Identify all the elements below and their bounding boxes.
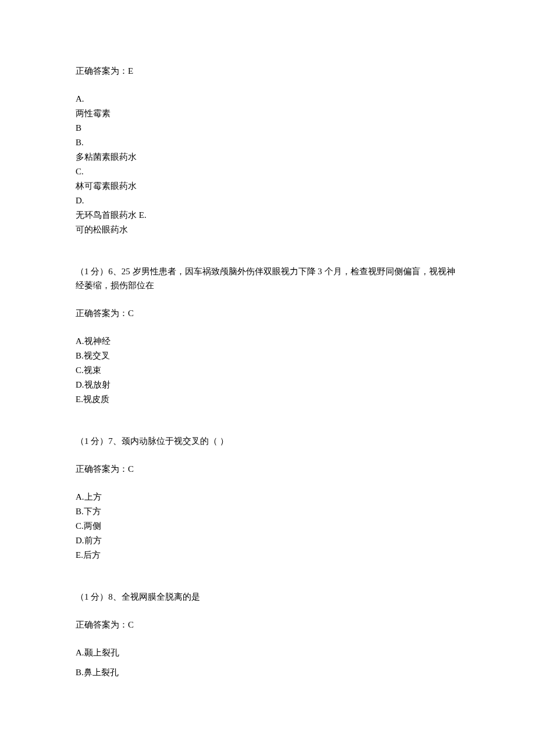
question-6-options: A.视神经 B.视交叉 C.视束 D.视放射 E.视皮质 [76,334,459,406]
option-a: A.上方 [76,490,459,504]
question-5-options: A. 两性霉素 B B. 多粘菌素眼药水 C. 林可霉素眼药水 D. 无环鸟首眼… [76,92,459,237]
option-a: A.视神经 [76,334,459,348]
option-a: A.颞上裂孔 [76,646,459,660]
option-d-label: D. [76,194,459,207]
option-b-label1: B [76,121,459,135]
option-b: B.视交叉 [76,349,459,363]
option-c: C.两侧 [76,519,459,533]
question-7: （1 分）7、颈内动脉位于视交叉的（ ） [76,434,459,448]
question-text: （1 分）8、全视网膜全脱离的是 [76,590,459,604]
option-d: D.视放射 [76,378,459,392]
option-c-text: 林可霉素眼药水 [76,179,459,193]
option-b: B.鼻上裂孔 [76,665,459,679]
question-text: （1 分）7、颈内动脉位于视交叉的（ ） [76,434,459,448]
option-e: E.后方 [76,548,459,562]
option-e-text: 可的松眼药水 [76,223,459,237]
answer-text: 正确答案为：C [76,306,459,320]
answer-text: 正确答案为：C [76,618,459,632]
option-a-text: 两性霉素 [76,106,459,120]
question-text: （1 分）6、25 岁男性患者，因车祸致颅脑外伤伴双眼视力下降 3 个月，检查视… [76,264,459,292]
option-d: D.前方 [76,533,459,547]
option-c: C.视束 [76,363,459,377]
question-8-options: A.颞上裂孔 B.鼻上裂孔 [76,646,459,679]
question-8: （1 分）8、全视网膜全脱离的是 [76,590,459,604]
option-d-text: 无环鸟首眼药水 E. [76,208,459,222]
question-6: （1 分）6、25 岁男性患者，因车祸致颅脑外伤伴双眼视力下降 3 个月，检查视… [76,264,459,292]
answer-text: 正确答案为：C [76,462,459,476]
option-b-text: 多粘菌素眼药水 [76,150,459,164]
option-b-label2: B. [76,135,459,149]
option-b: B.下方 [76,504,459,518]
question-7-options: A.上方 B.下方 C.两侧 D.前方 E.后方 [76,490,459,562]
answer-text: 正确答案为：E [76,64,459,78]
option-a-label: A. [76,92,459,106]
option-e: E.视皮质 [76,392,459,406]
option-c-label: C. [76,164,459,178]
